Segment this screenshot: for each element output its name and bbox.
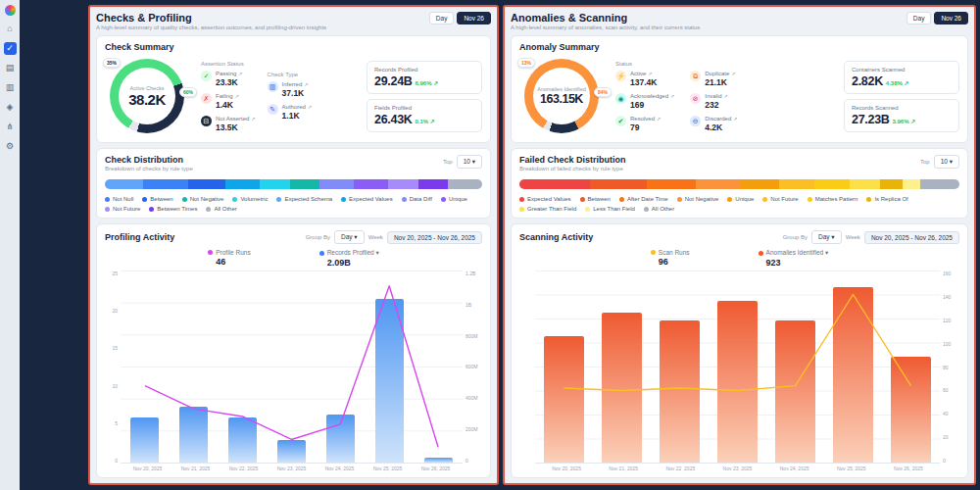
- legend-item: After Date Time: [619, 196, 668, 202]
- failing-x-icon: ✗: [201, 93, 212, 104]
- group-label: Status: [615, 61, 737, 67]
- scanning-activity-card: Scanning Activity Group By Day ▾ Week No…: [511, 223, 968, 478]
- summary-metrics: Records Profiled29.24B6.96% ↗Fields Prof…: [367, 61, 482, 132]
- legend-dot: [808, 197, 812, 202]
- legend-item: Expected Values: [341, 196, 393, 202]
- rule-type-legend: Not NullBetweenNot NegativeVolumetricExp…: [105, 196, 482, 212]
- card-title: Scanning Activity: [519, 232, 593, 242]
- check-type-group: Check Type ▥Inferred↗37.1K✎Authored↗1.1K: [268, 72, 313, 121]
- legend-dot: [759, 251, 763, 256]
- legend-item: Between: [580, 196, 611, 202]
- metric-box: Fields Profiled26.43K0.1% ↗: [367, 99, 482, 132]
- week-range-select[interactable]: Nov 20, 2025 - Nov 26, 2025: [864, 231, 959, 244]
- trend-up-icon: ↗: [648, 71, 652, 76]
- period-selector[interactable]: Day: [429, 12, 455, 24]
- sidebar-item-catalog[interactable]: ▤: [4, 62, 17, 74]
- legend-dot: [276, 197, 281, 202]
- status-item: ⧉Duplicate↗21.1K: [690, 71, 737, 87]
- legend-dot: [619, 197, 624, 202]
- week-label: Week: [846, 234, 860, 240]
- assertion-status-group: Assertion Status ✓Passing↗23.3K✗Failing↗…: [201, 61, 256, 132]
- legend-dot: [105, 197, 110, 202]
- group-label: Assertion Status: [201, 61, 256, 67]
- app-logo-icon: [5, 5, 16, 16]
- donut-chart: Anomalies Identified 163.15K: [524, 59, 599, 133]
- period-selector[interactable]: Day: [906, 12, 932, 24]
- not-asserted-icon: ⊟: [201, 116, 212, 126]
- failed-check-distribution-card: Failed Check Distribution Breakdown of f…: [511, 148, 968, 219]
- legend-scan-runs: Scan Runs 96: [651, 249, 690, 268]
- stack-segment: [920, 179, 959, 189]
- stack-segment: [105, 179, 143, 189]
- legend-value: 923: [766, 258, 829, 268]
- legend-anomalies-identified[interactable]: Anomalies Identified ▾ 923: [759, 249, 829, 268]
- stack-segment: [519, 179, 590, 189]
- summary-metrics: Containers Scanned2.82K4.38% ↗Records Sc…: [844, 61, 959, 132]
- trend-up-icon: ↗: [670, 93, 674, 99]
- legend-profile-runs: Profile Runs 46: [208, 249, 250, 268]
- page-title: Anomalies & Scanning: [511, 12, 700, 24]
- resolved-check-icon: ✔: [615, 116, 626, 126]
- legend-dot: [208, 250, 213, 255]
- stack-segment: [814, 179, 850, 189]
- legend-dot: [762, 197, 767, 202]
- legend-dot: [651, 250, 656, 255]
- legend-records-profiled[interactable]: Records Profiled ▾ 2.09B: [319, 249, 379, 268]
- legend-item: Between Times: [149, 206, 197, 212]
- week-label: Week: [368, 234, 383, 240]
- group-by-select[interactable]: Day ▾: [334, 230, 365, 244]
- top-n-select[interactable]: 10 ▾: [457, 155, 482, 169]
- sidebar-item-tags[interactable]: ◈: [4, 101, 17, 114]
- status-item: ⊖Discarded↗4.2K: [690, 116, 737, 132]
- status-item: ✗Failing↗1.4K: [201, 93, 256, 110]
- stack-segment: [880, 179, 902, 189]
- page-subtitle: A high-level summary of anomalies, scan …: [511, 24, 700, 30]
- legend-dot: [182, 197, 187, 202]
- status-item: ⚡Active↗137.4K: [615, 71, 674, 87]
- panel-anomalies-scanning: Anomalies & Scanning A high-level summar…: [503, 5, 976, 485]
- stack-segment: [779, 179, 814, 189]
- sidebar-item-checks[interactable]: ✓: [4, 42, 17, 55]
- acknowledged-icon: ◉: [615, 93, 626, 104]
- stack-segment: [354, 179, 388, 189]
- profiling-activity-chart: 25201510501.2B1B800M600M400M200M0Nov 20,…: [105, 270, 482, 471]
- group-by-label: Group By: [306, 234, 330, 240]
- week-range-select[interactable]: Nov 20, 2025 - Nov 26, 2025: [387, 231, 482, 244]
- legend-item: Between: [142, 196, 172, 202]
- legend-dot: [149, 207, 154, 212]
- active-checks-donut: Active Checks 38.2K 35% 60%: [105, 56, 189, 136]
- stack-segment: [388, 179, 418, 189]
- stack-segment: [448, 179, 482, 189]
- status-item: ◉Acknowledged↗169: [615, 93, 674, 110]
- legend-item: Not Future: [762, 196, 798, 202]
- donut-value: 163.15K: [540, 92, 583, 106]
- date-selector[interactable]: Nov 26: [934, 12, 968, 24]
- status-item: ✓Passing↗23.3K: [201, 71, 256, 87]
- top-n-select[interactable]: 10 ▾: [934, 155, 959, 169]
- check-distribution-card: Check Distribution Breakdown of checks b…: [96, 148, 491, 219]
- card-subtitle: Breakdown of checks by rule type: [105, 166, 193, 172]
- metric-box: Records Scanned27.23B3.96% ↗: [844, 99, 959, 132]
- duplicate-copy-icon: ⧉: [690, 71, 701, 81]
- sidebar-item-lineage[interactable]: ⋔: [4, 121, 17, 133]
- date-selector[interactable]: Nov 26: [457, 12, 491, 24]
- legend-item: Unique: [727, 196, 754, 202]
- anomalies-donut: Anomalies Identified 163.15K 13% 84%: [519, 56, 604, 136]
- rule-type-stacked-bar: [105, 179, 482, 189]
- app-sidebar: ⌂✓▤▥◈⋔⚙: [0, 0, 20, 490]
- group-by-select[interactable]: Day ▾: [811, 230, 842, 244]
- legend-value: 46: [216, 257, 250, 267]
- sidebar-item-compute[interactable]: ▥: [4, 81, 17, 94]
- trend-up-icon: ↗: [731, 71, 735, 76]
- card-title: Check Summary: [105, 42, 482, 52]
- legend-dot: [585, 207, 590, 212]
- legend-item: Volumetric: [232, 196, 268, 202]
- legend-dot: [341, 197, 346, 202]
- trend-up-icon: ↗: [235, 93, 239, 99]
- sidebar-item-home[interactable]: ⌂: [4, 23, 17, 35]
- panel-checks-profiling: Checks & Profiling A high-level summary …: [88, 5, 499, 485]
- card-title: Failed Check Distribution: [519, 155, 626, 165]
- sidebar-item-settings[interactable]: ⚙: [4, 140, 17, 153]
- inferred-monitor-icon: ▥: [268, 81, 278, 92]
- stack-segment: [290, 179, 320, 189]
